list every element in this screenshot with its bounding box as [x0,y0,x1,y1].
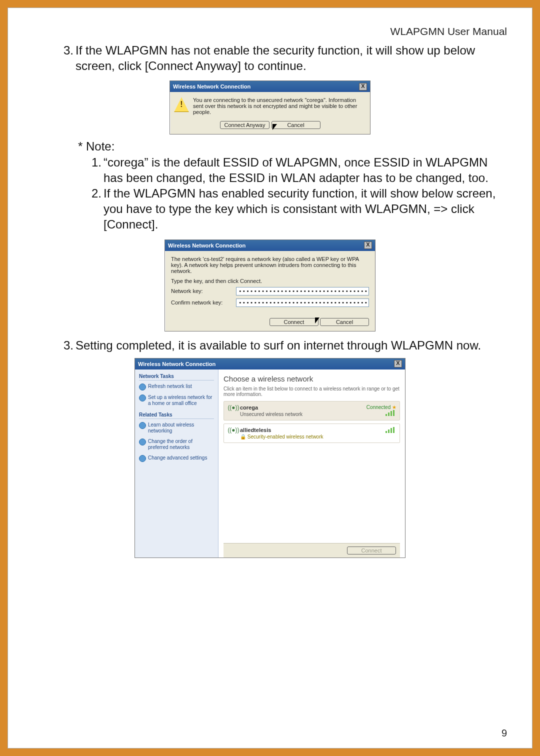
page-number: 9 [502,728,507,739]
sidebar-item-learn[interactable]: Learn about wireless networking [139,422,214,434]
confirm-key-label: Confirm network key: [171,300,236,306]
note-label: * Note: [78,138,510,154]
main-heading: Choose a wireless network [224,374,400,383]
dialog-network-key: Wireless Network Connection X The networ… [164,240,376,332]
network-name: corega [240,404,366,410]
warning-icon [174,97,189,112]
list-number: 3. [58,338,76,353]
dialog-unsecured-warning: Wireless Network Connection X You are co… [170,80,370,134]
dialog-title: Wireless Network Connection [168,242,246,248]
list-number: 2. [86,186,104,232]
list-text: Setting completed, it is available to su… [76,338,510,353]
sidebar-item-label: Refresh network list [148,384,192,390]
main-subtext: Click an item in the list below to conne… [224,386,400,397]
list-text: If the WLAPGMN has enabled security func… [104,186,510,232]
network-status-area [386,427,396,434]
sidebar-item-adv[interactable]: Change advanced settings [139,455,214,462]
close-icon[interactable]: X [359,83,367,90]
signal-icon [386,410,396,416]
antenna-icon: ((●)) [227,404,240,410]
sidebar-item-refresh[interactable]: Refresh network list [139,384,214,390]
note-item-2: 2. If the WLAPGMN has enabled security f… [86,186,510,232]
order-icon [139,438,146,446]
network-name: alliedtelesis [240,427,386,433]
dialog-footer: Connect [224,543,400,558]
dialog-titlebar: Wireless Network Connection X [170,81,370,92]
sidebar-item-setup[interactable]: Set up a wireless network for a home or … [139,394,214,407]
signal-icon [386,427,396,433]
refresh-icon [139,384,146,390]
sidebar-section-related-tasks: Related Tasks [139,412,214,419]
network-status-area: Connected ★ [366,404,396,417]
connect-button[interactable]: Connect [270,318,318,326]
network-key-label: Network key: [171,288,236,294]
connect-anyway-button[interactable]: Connect Anyway [220,121,270,129]
connect-button[interactable]: Connect [347,546,396,554]
sidebar-section-network-tasks: Network Tasks [139,374,214,380]
info-icon [139,422,146,429]
sidebar-item-label: Change advanced settings [148,455,207,462]
network-key-input[interactable]: ••••••••••••••••••••••••••••••••••••• [236,287,369,296]
page-header: WLAPGMN User Manual [30,26,507,38]
dialog-message: You are connecting to the unsecured netw… [193,97,366,115]
sidebar-item-order[interactable]: Change the order of preferred networks [139,438,214,451]
main-panel: Choose a wireless network Click an item … [218,370,405,558]
dialog-titlebar: Wireless Network Connection X [165,240,375,251]
setup-icon [139,394,146,402]
cancel-button[interactable]: Cancel [320,318,369,326]
note-item-1: 1. “corega” is the default ESSID of WLAP… [86,154,510,186]
network-item[interactable]: ((●))alliedtelesis🔒 Security-enabled wir… [224,424,400,443]
manual-page: WLAPGMN User Manual 3. If the WLAPGMN ha… [8,8,532,748]
step-3-bottom: 3. Setting completed, it is available to… [58,338,510,353]
confirm-key-input[interactable]: ••••••••••••••••••••••••••••••••••••• [236,298,369,307]
antenna-icon: ((●)) [227,427,240,433]
step-3-top: 3. If the WLAPGMN has not enable the sec… [58,42,510,74]
list-number: 3. [58,42,76,74]
settings-icon [139,455,146,462]
list-text: If the WLAPGMN has not enable the securi… [76,42,510,74]
network-type: 🔒 Security-enabled wireless network [240,434,386,440]
sidebar-item-label: Learn about wireless networking [148,422,214,434]
list-number: 1. [86,154,104,186]
dialog-title: Wireless Network Connection [138,361,216,367]
sidebar-item-label: Set up a wireless network for a home or … [148,394,214,407]
dialog-message: The network 'cs-test2' requires a networ… [171,256,369,274]
page-content: WLAPGMN User Manual 3. If the WLAPGMN ha… [30,26,510,736]
dialog-choose-network: Wireless Network Connection X Network Ta… [134,358,406,558]
list-text: “corega” is the default ESSID of WLAPGMN… [104,154,510,186]
network-list: ((●))coregaUnsecured wireless networkCon… [224,401,400,446]
dialog-titlebar: Wireless Network Connection X [135,358,405,370]
close-icon[interactable]: X [394,360,402,368]
cancel-button[interactable]: Cancel [272,121,320,129]
dialog-title: Wireless Network Connection [173,84,250,90]
close-icon[interactable]: X [364,242,372,249]
sidebar: Network Tasks Refresh network list Set u… [135,370,218,558]
dialog-instruction: Type the key, and then click Connect. [171,278,369,284]
sidebar-item-label: Change the order of preferred networks [148,438,214,451]
network-item[interactable]: ((●))coregaUnsecured wireless networkCon… [224,401,400,420]
network-type: Unsecured wireless network [240,412,366,417]
